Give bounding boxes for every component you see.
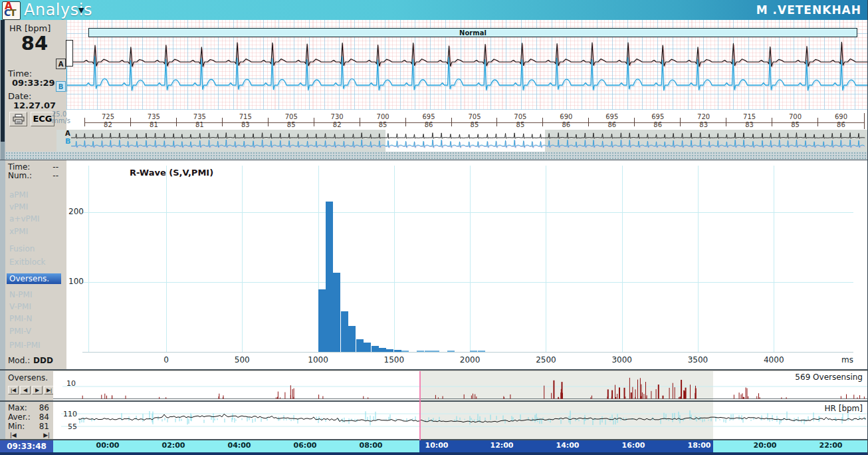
interval-bpm: 83 [223, 122, 269, 128]
ecg-button[interactable]: ECG [31, 112, 54, 126]
category-item-a-vpmi[interactable]: a+vPMI [7, 214, 61, 224]
next-event-button[interactable]: ▶ [32, 386, 43, 394]
left-scrollbar[interactable] [0, 20, 5, 455]
grid-hline [82, 212, 853, 213]
category-item-exitblock[interactable]: Exitblock [7, 257, 61, 267]
category-item-vpmi[interactable]: vPMI [7, 202, 61, 212]
rr-interval-cell: 70585 [497, 113, 543, 129]
current-time-box: 09:33:48 [0, 440, 53, 452]
interval-ms: 715 [726, 114, 772, 120]
channel-a-button[interactable]: A [56, 59, 66, 69]
category-item-apmi[interactable]: aPMI [7, 190, 61, 200]
interval-ms: 705 [269, 114, 314, 120]
grid-vline [88, 166, 89, 352]
overview-channel-a-label: A [65, 130, 70, 137]
x-tick-label: 1000 [298, 355, 338, 365]
oversensing-ytick: 10 [64, 379, 76, 388]
aver-value: 84 [31, 412, 49, 422]
category-item-v-pmi[interactable]: V-PMI [7, 301, 61, 312]
prev-event-button[interactable]: ◀ [20, 386, 31, 394]
time-cursor[interactable] [419, 371, 421, 440]
analysis-window: A C T Analysis ▼ M .VETENKHAH HR [bpm] 8… [0, 0, 868, 455]
grid-hline [82, 282, 853, 283]
grid-vline [622, 166, 623, 352]
category-sidebar: Time: -- Num.: -- aPMIvPMIa+vPMIxPMIFusi… [5, 160, 67, 369]
interval-bpm: 83 [726, 122, 772, 128]
oversensing-events-panel: 10 569 Oversensing [53, 371, 868, 400]
histogram-title: R-Wave (S,V,PMI) [130, 168, 213, 178]
interval-bpm: 82 [85, 122, 131, 128]
rr-interval-cell: 70585 [269, 113, 314, 129]
first-event-button[interactable]: |◀ [8, 386, 19, 394]
grid-vline [470, 166, 471, 352]
time-label-08-00: 08:00 [354, 441, 387, 450]
time-label: Time: [8, 69, 32, 78]
histogram-bar [401, 351, 409, 352]
x-axis-line [82, 352, 853, 353]
logo-letter-t: T [10, 7, 17, 18]
max-value: 86 [31, 403, 49, 412]
scrollbar-track[interactable] [1, 142, 5, 160]
interval-bpm: 85 [360, 122, 406, 128]
ecg-overview-strip[interactable]: A B [56, 130, 868, 152]
hr-ytick-high: 110 [61, 410, 77, 418]
interval-ms: 695 [406, 114, 452, 120]
min-label: Min: [8, 422, 25, 431]
x-tick-label: 2000 [450, 355, 490, 365]
interval-bpm: 81 [131, 122, 177, 128]
chevron-down-icon[interactable]: ▼ [78, 6, 84, 15]
oversensing-label: Oversens. [8, 373, 48, 382]
interval-ms: 690 [818, 114, 864, 120]
oversensing-events-plot [53, 371, 868, 400]
histogram-bar [348, 326, 356, 352]
caliper-marker[interactable] [66, 40, 73, 67]
scrollbar-thumb[interactable] [1, 20, 5, 142]
rr-interval-cell: 72083 [681, 113, 726, 129]
rr-interval-cell: 69086 [818, 113, 864, 129]
category-item-xpmi[interactable]: xPMI [7, 226, 61, 237]
channel-b-button[interactable]: B [56, 81, 66, 92]
hr-value: 84 [15, 32, 54, 55]
time-label-22-00: 22:00 [814, 441, 847, 450]
histogram-bar [318, 289, 326, 353]
interval-ms: 720 [681, 114, 726, 120]
rr-interval-cell: 70585 [452, 113, 498, 129]
time-value: 09:33:29 [12, 78, 55, 88]
rr-interval-cell: 71583 [726, 113, 772, 129]
speed-unit: mm/s [52, 118, 70, 124]
interval-ms: 700 [772, 114, 818, 120]
x-tick-label: 0 [146, 355, 186, 365]
category-item-pmi-n[interactable]: PMI-N [7, 313, 61, 324]
histogram-bar [326, 202, 333, 352]
rr-interval-cell: 69586 [406, 113, 452, 129]
rr-interval-cell: 72582 [85, 113, 131, 129]
histogram-bar [341, 311, 348, 352]
interval-bpm: 83 [681, 122, 726, 128]
time-label-18-00: 18:00 [683, 441, 716, 450]
category-item-fusion[interactable]: Fusion [7, 243, 61, 254]
category-item-n-pmi[interactable]: N-PMI [7, 289, 61, 300]
interval-ms: 735 [177, 114, 223, 120]
date-label: Date: [8, 91, 31, 101]
interval-bpm: 86 [406, 122, 452, 128]
time-label-20-00: 20:00 [748, 441, 782, 450]
sweep-speed-label: 25.0 mm/s [52, 111, 70, 124]
grid-vline [242, 166, 243, 352]
histogram-bar [379, 348, 386, 352]
time-label-00-00: 00:00 [91, 441, 124, 450]
grid-vline [394, 166, 395, 352]
x-tick-label: 1500 [374, 355, 414, 365]
category-item-pmi-v[interactable]: PMI-V [7, 326, 61, 337]
min-value: 81 [31, 422, 49, 431]
histogram-bar [447, 351, 455, 352]
overview-trace-b [71, 140, 865, 147]
interval-ms: 725 [85, 114, 131, 120]
max-label: Max: [8, 403, 27, 412]
category-item-oversens-[interactable]: Oversens. [7, 273, 61, 284]
print-button[interactable] [9, 112, 27, 126]
time-axis-bar[interactable]: 09:33:48 00:0002:0004:0006:0008:0010:001… [0, 440, 868, 452]
interval-bpm: 85 [269, 122, 314, 128]
category-item-pmi-pmi[interactable]: PMI-PMI [7, 340, 61, 351]
rwave-histogram: R-Wave (S,V,PMI) ms 10020005001000150020… [66, 160, 868, 369]
overview-trace-a [71, 133, 865, 139]
